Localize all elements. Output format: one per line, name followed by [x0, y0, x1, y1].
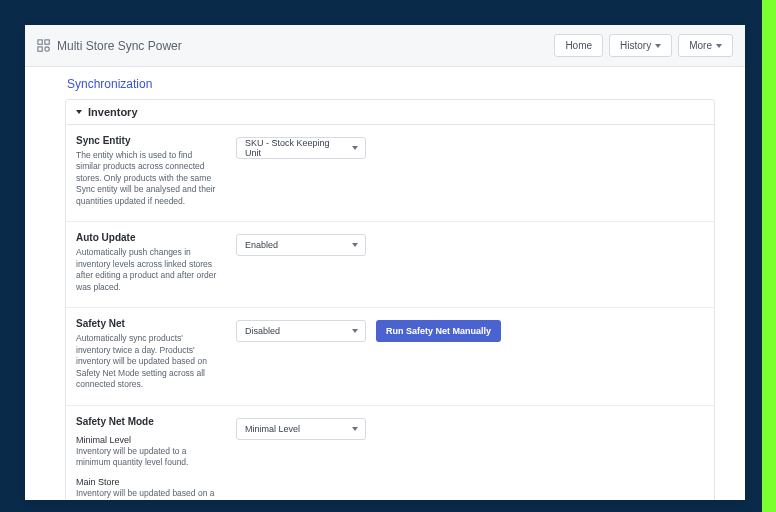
- safety-net-mode-label: Safety Net Mode: [76, 416, 218, 427]
- safety-net-mode-select[interactable]: Minimal Level: [236, 418, 366, 440]
- inventory-section: Inventory Sync Entity The entity which i…: [65, 99, 715, 500]
- chevron-down-icon: [352, 146, 358, 150]
- sync-entity-select[interactable]: SKU - Stock Keeping Unit: [236, 137, 366, 159]
- auto-update-row: Auto Update Automatically push changes i…: [66, 222, 714, 308]
- chevron-down-icon: [655, 44, 661, 48]
- auto-update-select[interactable]: Enabled: [236, 234, 366, 256]
- chevron-down-icon: [716, 44, 722, 48]
- accent-strip: [762, 0, 776, 512]
- inventory-section-header[interactable]: Inventory: [66, 100, 714, 125]
- history-button[interactable]: History: [609, 34, 672, 57]
- auto-update-desc: Automatically push changes in inventory …: [76, 247, 218, 293]
- sync-entity-desc: The entity which is used to find similar…: [76, 150, 218, 207]
- chevron-down-icon: [76, 110, 82, 114]
- main-store-head: Main Store: [76, 477, 218, 487]
- safety-net-mode-row: Safety Net Mode Minimal Level Inventory …: [66, 406, 714, 500]
- minimal-level-head: Minimal Level: [76, 435, 218, 445]
- svg-rect-0: [38, 39, 42, 43]
- minimal-level-desc: Inventory will be updated to a minimum q…: [76, 446, 218, 469]
- header-bar: Multi Store Sync Power Home History More: [25, 25, 745, 67]
- chevron-down-icon: [352, 427, 358, 431]
- chevron-down-icon: [352, 329, 358, 333]
- svg-rect-1: [45, 39, 49, 43]
- content-area: Synchronization Inventory Sync Entity Th…: [25, 67, 745, 500]
- app-title: Multi Store Sync Power: [57, 39, 548, 53]
- app-icon: [37, 39, 51, 53]
- more-button[interactable]: More: [678, 34, 733, 57]
- safety-net-desc: Automatically sync products' inventory t…: [76, 333, 218, 390]
- main-store-desc: Inventory will be updated based on a mai…: [76, 488, 218, 501]
- auto-update-label: Auto Update: [76, 232, 218, 243]
- app-window: Multi Store Sync Power Home History More…: [25, 25, 745, 500]
- home-button[interactable]: Home: [554, 34, 603, 57]
- sync-entity-row: Sync Entity The entity which is used to …: [66, 125, 714, 222]
- run-safety-net-button[interactable]: Run Safety Net Manually: [376, 320, 501, 342]
- safety-net-row: Safety Net Automatically sync products' …: [66, 308, 714, 405]
- sync-entity-label: Sync Entity: [76, 135, 218, 146]
- page-title: Synchronization: [67, 77, 715, 91]
- chevron-down-icon: [352, 243, 358, 247]
- svg-rect-2: [38, 46, 42, 50]
- safety-net-label: Safety Net: [76, 318, 218, 329]
- svg-point-3: [45, 46, 49, 50]
- section-title: Inventory: [88, 106, 138, 118]
- safety-net-select[interactable]: Disabled: [236, 320, 366, 342]
